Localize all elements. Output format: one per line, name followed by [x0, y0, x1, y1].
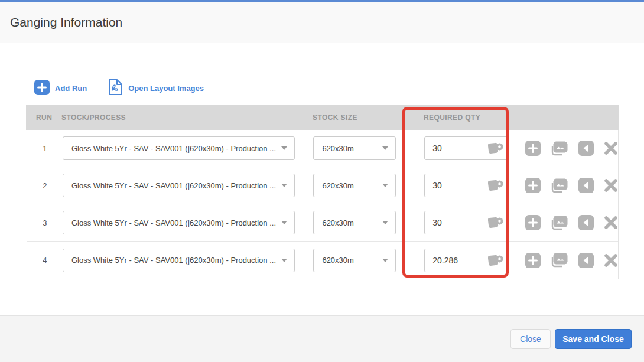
chevron-down-icon: [382, 146, 388, 150]
open-layout-images-button[interactable]: Open Layout Images: [108, 79, 204, 98]
required-qty-field: [424, 174, 509, 197]
stock-size-select[interactable]: 620x30m: [313, 249, 396, 272]
table-row: 2 Gloss White 5Yr - SAV - SAV001 (|620x3…: [27, 167, 618, 204]
move-left-icon[interactable]: [578, 178, 594, 193]
toolbar: Add Run Open Layout Images: [34, 79, 204, 98]
stock-size-select[interactable]: 620x30m: [313, 211, 396, 234]
table-row: 3 Gloss White 5Yr - SAV - SAV001 (|620x3…: [27, 204, 618, 242]
stock-process-value: Gloss White 5Yr - SAV - SAV001 (|620x30m…: [71, 256, 276, 265]
chevron-down-icon: [281, 259, 287, 262]
move-left-icon[interactable]: [578, 215, 594, 230]
chevron-down-icon: [382, 259, 388, 262]
required-qty-field: [424, 249, 509, 272]
chevron-down-icon: [382, 221, 388, 224]
header-stock-size: STOCK SIZE: [313, 113, 413, 122]
dialog-footer: Close Save and Close: [0, 315, 644, 362]
remove-run-icon[interactable]: [604, 141, 618, 155]
stock-process-select[interactable]: Gloss White 5Yr - SAV - SAV001 (|620x30m…: [63, 136, 295, 160]
header-run: RUN: [26, 113, 61, 122]
stock-size-select[interactable]: 620x30m: [313, 174, 396, 197]
stock-process-select[interactable]: Gloss White 5Yr - SAV - SAV001 (|620x30m…: [63, 211, 295, 234]
table-row: 1 Gloss White 5Yr - SAV - SAV001 (|620x3…: [27, 130, 618, 167]
table-header-row: RUN STOCK/PROCESS STOCK SIZE REQUIRED QT…: [26, 105, 619, 130]
remove-run-icon[interactable]: [604, 216, 618, 230]
material-roll-icon: [488, 142, 503, 155]
runs-table: RUN STOCK/PROCESS STOCK SIZE REQUIRED QT…: [27, 105, 619, 279]
run-number: 1: [27, 144, 63, 153]
save-and-close-button[interactable]: Save and Close: [555, 329, 632, 349]
dialog-title: Ganging Information: [10, 15, 122, 30]
required-qty-field: [424, 211, 509, 234]
add-run-button[interactable]: Add Run: [34, 80, 87, 97]
stock-process-value: Gloss White 5Yr - SAV - SAV001 (|620x30m…: [71, 218, 276, 227]
add-run-label: Add Run: [55, 84, 87, 93]
add-run-below-icon[interactable]: [525, 253, 541, 268]
stock-size-value: 620x30m: [322, 256, 353, 265]
stock-process-value: Gloss White 5Yr - SAV - SAV001 (|620x30m…: [71, 181, 276, 190]
required-qty-field: [424, 136, 509, 160]
material-roll-icon: [488, 216, 503, 229]
stock-process-select[interactable]: Gloss White 5Yr - SAV - SAV001 (|620x30m…: [63, 174, 295, 197]
header-stock-process: STOCK/PROCESS: [61, 113, 313, 122]
add-run-below-icon[interactable]: [525, 141, 541, 156]
move-left-icon[interactable]: [578, 253, 594, 268]
run-number: 2: [27, 181, 63, 190]
dialog-header: Ganging Information: [0, 2, 644, 43]
chevron-down-icon: [382, 184, 388, 187]
required-qty-input[interactable]: [425, 137, 478, 159]
chevron-down-icon: [281, 221, 287, 224]
required-qty-input[interactable]: [425, 211, 478, 234]
material-roll-icon: [488, 179, 503, 192]
material-roll-icon: [488, 254, 503, 267]
stock-process-select[interactable]: Gloss White 5Yr - SAV - SAV001 (|620x30m…: [63, 249, 295, 272]
chevron-down-icon: [281, 184, 287, 187]
dialog-body: Add Run Open Layout Images RUN STOCK/PRO…: [0, 43, 644, 315]
add-run-below-icon[interactable]: [525, 178, 541, 193]
table-body: 1 Gloss White 5Yr - SAV - SAV001 (|620x3…: [27, 130, 619, 279]
run-number: 4: [27, 256, 63, 265]
add-run-below-icon[interactable]: [525, 215, 541, 230]
stock-size-value: 620x30m: [322, 144, 353, 153]
stock-size-select[interactable]: 620x30m: [313, 136, 396, 160]
open-layout-images-label: Open Layout Images: [128, 84, 204, 93]
layout-images-icon[interactable]: [551, 178, 568, 193]
layout-images-icon[interactable]: [551, 253, 568, 268]
remove-run-icon[interactable]: [604, 253, 618, 268]
move-left-icon[interactable]: [578, 141, 594, 156]
required-qty-input[interactable]: [425, 249, 478, 272]
run-number: 3: [27, 218, 63, 227]
stock-size-value: 620x30m: [322, 218, 353, 227]
table-row: 4 Gloss White 5Yr - SAV - SAV001 (|620x3…: [27, 242, 618, 279]
remove-run-icon[interactable]: [604, 178, 618, 193]
stock-process-value: Gloss White 5Yr - SAV - SAV001 (|620x30m…: [71, 144, 276, 153]
plus-square-icon: [34, 80, 50, 97]
required-qty-input[interactable]: [425, 174, 478, 197]
header-required-qty: REQUIRED QTY: [413, 113, 516, 122]
stock-size-value: 620x30m: [322, 181, 353, 190]
layout-images-icon[interactable]: [551, 141, 568, 156]
pdf-file-icon: [108, 79, 123, 98]
close-button[interactable]: Close: [510, 329, 551, 349]
layout-images-icon[interactable]: [551, 216, 568, 230]
chevron-down-icon: [281, 146, 287, 150]
